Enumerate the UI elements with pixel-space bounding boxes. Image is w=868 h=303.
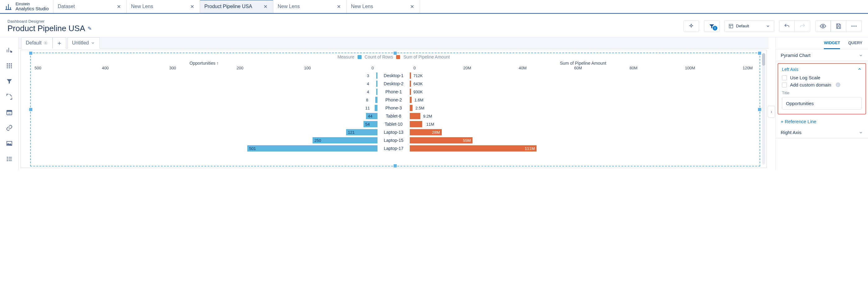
app-tabs: Einstein Analytics Studio Dataset ✕ New … — [0, 0, 868, 14]
tab-new-lens-1[interactable]: New Lens ✕ — [127, 0, 200, 13]
pyramid-bars: 3Desktop-1712K4Desktop-2643K4Phone-1930K… — [33, 72, 754, 156]
bar-right: 930K — [410, 89, 411, 95]
category-label: Desktop-1 — [378, 73, 409, 78]
tab-new-lens-2[interactable]: New Lens ✕ — [273, 0, 347, 13]
close-icon[interactable]: ✕ — [409, 2, 415, 11]
close-icon[interactable]: ✕ — [116, 2, 122, 11]
axis-title-input[interactable] — [782, 97, 862, 110]
section-pyramid-chart[interactable]: Pyramid Chart — [776, 50, 868, 61]
collapse-handle[interactable]: › — [768, 106, 775, 118]
svg-rect-7 — [9, 63, 10, 65]
checkbox-label: Add custom domain — [790, 82, 831, 87]
layout-select[interactable]: Default — [724, 20, 774, 32]
filter-icon[interactable] — [6, 78, 13, 85]
chart-lane: 250Laptop-1555M — [33, 136, 754, 144]
dashboard-canvas[interactable]: Measure Count of Rows Sum of Pipeline Am… — [21, 50, 767, 168]
svg-point-5 — [10, 51, 12, 53]
brand-line1: Einstein — [16, 2, 49, 6]
checkbox-custom-domain[interactable] — [782, 82, 787, 87]
chevron-down-icon — [766, 24, 770, 28]
chart-lane: 54Tablet-1011M — [33, 120, 754, 128]
redo-button[interactable] — [795, 20, 810, 32]
tab-label: Product Pipeline USA — [205, 4, 252, 9]
tick: 200 — [237, 66, 244, 70]
page-tab-default[interactable]: Default — [21, 37, 53, 49]
bar-value: 4 — [365, 82, 371, 86]
filter-button[interactable]: 0 — [704, 20, 719, 32]
close-icon[interactable]: ✕ — [336, 2, 342, 11]
category-label: Laptop-17 — [378, 146, 409, 151]
edit-title-icon[interactable]: ✎ — [88, 26, 92, 31]
tick: 300 — [169, 66, 176, 70]
bar-value: 11 — [364, 106, 372, 110]
filter-badge: 0 — [713, 26, 717, 30]
scrollbar-track[interactable] — [762, 53, 765, 165]
section-label: Left Axis — [782, 67, 798, 72]
tab-product-pipeline[interactable]: Product Pipeline USA ✕ — [200, 0, 273, 13]
add-reference-line[interactable]: + Reference Line — [776, 116, 868, 127]
tab-dataset[interactable]: Dataset ✕ — [54, 0, 127, 13]
link-icon[interactable] — [6, 125, 13, 131]
close-icon[interactable]: ✕ — [189, 2, 195, 11]
tab-new-lens-3[interactable]: New Lens ✕ — [347, 0, 420, 13]
undo-redo-group — [779, 20, 810, 32]
scrollbar-thumb[interactable] — [762, 53, 765, 66]
gear-icon — [43, 41, 48, 45]
bar-right: 643K — [410, 81, 411, 87]
bar-left: 121 — [346, 129, 377, 135]
sparkle-button[interactable] — [683, 20, 699, 32]
svg-point-21 — [7, 161, 7, 161]
page-tab-add[interactable]: ＋ — [53, 37, 66, 49]
bar-left: 3 — [376, 73, 377, 79]
list-icon[interactable] — [6, 156, 13, 162]
preview-button[interactable] — [815, 20, 831, 32]
tick: 120M — [743, 66, 753, 70]
date-icon[interactable]: 12 — [6, 109, 13, 116]
save-button[interactable] — [831, 20, 846, 32]
page-tab-untitled[interactable]: Untitled — [67, 37, 100, 49]
more-button[interactable] — [846, 20, 862, 32]
table-icon[interactable] — [6, 62, 13, 69]
image-icon[interactable] — [6, 140, 13, 147]
tab-widget[interactable]: WIDGET — [824, 40, 840, 49]
bar-left: 4 — [376, 89, 377, 95]
sparkle-icon — [688, 23, 694, 29]
tab-query[interactable]: QUERY — [848, 40, 862, 49]
header-toolbar: 0 Default — [683, 20, 862, 32]
container-icon[interactable] — [6, 93, 13, 100]
tick: 100M — [685, 66, 695, 70]
svg-point-20 — [7, 159, 7, 159]
tab-label: New Lens — [351, 4, 373, 9]
checkbox-log-scale[interactable] — [782, 75, 787, 80]
svg-rect-12 — [6, 67, 8, 68]
svg-point-1 — [822, 25, 824, 27]
bar-value: 44 — [366, 114, 374, 118]
close-icon[interactable]: ✕ — [262, 2, 269, 11]
bar-right: 11M — [410, 121, 422, 127]
svg-rect-16 — [6, 110, 12, 112]
legend-swatch-rows — [358, 55, 362, 59]
category-label: Tablet-8 — [378, 114, 409, 118]
bar-left: 44 — [366, 113, 377, 119]
svg-point-3 — [854, 26, 855, 27]
undo-button[interactable] — [779, 20, 795, 32]
eye-icon — [819, 23, 826, 30]
axis-left-label: Opportunities ↑ — [33, 61, 375, 66]
svg-text:12: 12 — [8, 112, 10, 115]
axis-right-label: Sum of Pipeline Amount — [412, 61, 754, 66]
info-icon[interactable]: i — [836, 82, 840, 87]
bar-left: 250 — [313, 137, 377, 143]
chart-lane: 3Desktop-1712K — [33, 72, 754, 80]
svg-rect-6 — [6, 63, 8, 65]
chart-lane: 121Laptop-1328M — [33, 128, 754, 136]
svg-point-4 — [855, 26, 857, 27]
chart-icon[interactable] — [6, 47, 13, 54]
section-label: Right Axis — [781, 130, 802, 135]
category-label: Phone-3 — [378, 106, 409, 110]
section-right-axis[interactable]: Right Axis — [776, 127, 868, 138]
left-rail: 12 — [0, 37, 19, 170]
category-label: Phone-1 — [378, 89, 409, 94]
chevron-down-icon — [859, 130, 863, 135]
axis-right-ticks: 020M40M60M80M100M120M — [412, 66, 754, 70]
chevron-up-icon[interactable] — [858, 67, 862, 71]
